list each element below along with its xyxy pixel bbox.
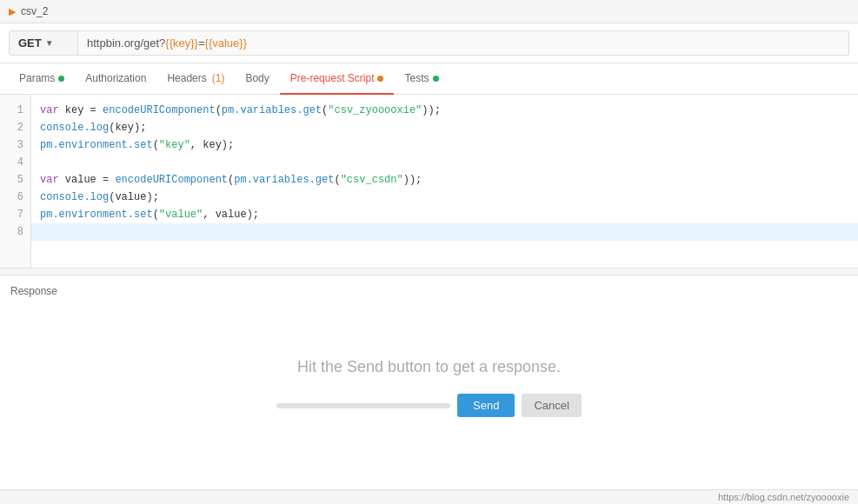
pre-request-dot — [377, 76, 383, 82]
url-template-value: {{value}} — [205, 36, 247, 50]
code-editor[interactable]: var key = encodeURIComponent ( pm.variab… — [31, 95, 858, 268]
code-line-6: console.log (value); — [40, 189, 849, 206]
tests-dot — [433, 76, 439, 82]
line-num-3: 3 — [0, 136, 30, 154]
url-equals: = — [198, 36, 205, 50]
kw-var-1: var — [40, 102, 59, 119]
tab-headers-badge: (1) — [212, 72, 225, 84]
tab-params[interactable]: Params — [9, 63, 75, 95]
progress-bar — [276, 403, 450, 408]
collection-name: csv_2 — [21, 5, 48, 17]
tab-tests-label: Tests — [404, 72, 429, 84]
url-plain-1: httpbin.org/get? — [87, 36, 165, 50]
status-url: https://blog.csdn.net/zyooooxie — [718, 492, 849, 502]
kw-var-2: var — [40, 171, 59, 189]
code-line-3: pm.environment.set ( "key" , key); — [40, 136, 849, 154]
tabs-bar: Params Authorization Headers (1) Body Pr… — [0, 63, 858, 95]
code-line-7: pm.environment.set ( "value" , value); — [40, 206, 849, 223]
tab-authorization-label: Authorization — [85, 72, 146, 84]
code-line-5: var value = encodeURIComponent ( pm.vari… — [40, 171, 849, 189]
tab-body-label: Body — [245, 72, 269, 84]
line-num-7: 7 — [0, 206, 30, 223]
line-num-4: 4 — [0, 154, 30, 171]
collection-icon: ▶ — [9, 6, 16, 17]
tab-params-label: Params — [19, 72, 55, 84]
line-num-1: 1 — [0, 102, 30, 119]
tab-headers[interactable]: Headers (1) — [156, 63, 235, 95]
method-label: GET — [18, 36, 42, 50]
params-dot — [58, 76, 64, 82]
line-num-6: 6 — [0, 189, 30, 206]
url-input[interactable]: httpbin.org/get?{{key}}={{value}} — [78, 30, 849, 56]
panel-divider[interactable] — [0, 269, 858, 275]
code-line-1: var key = encodeURIComponent ( pm.variab… — [40, 102, 849, 119]
line-num-5: 5 — [0, 171, 30, 189]
editor-area: 1 2 3 4 5 6 7 8 var key = encodeURICompo… — [0, 95, 858, 269]
top-bar: ▶ csv_2 — [0, 0, 858, 23]
line-num-8: 8 — [0, 223, 30, 241]
status-bar: https://blog.csdn.net/zyooooxie — [0, 489, 858, 504]
hit-send-container: Hit the Send button to get a response. S… — [0, 306, 858, 434]
tab-body[interactable]: Body — [235, 63, 279, 95]
url-bar: GET ▼ httpbin.org/get?{{key}}={{value}} — [0, 23, 858, 63]
send-button[interactable]: Send — [457, 394, 515, 417]
method-select[interactable]: GET ▼ — [9, 30, 78, 56]
url-template-key: {{key}} — [165, 36, 198, 50]
tab-pre-request-script[interactable]: Pre-request Script — [280, 63, 395, 95]
chevron-down-icon: ▼ — [45, 38, 54, 48]
code-line-4 — [40, 154, 849, 171]
tab-pre-request-label: Pre-request Script — [290, 72, 375, 84]
response-label: Response — [10, 285, 57, 297]
response-section: Response — [0, 275, 858, 306]
tab-tests[interactable]: Tests — [394, 63, 449, 95]
line-num-2: 2 — [0, 119, 30, 136]
code-line-2: console.log (key); — [40, 119, 849, 136]
line-numbers: 1 2 3 4 5 6 7 8 — [0, 95, 31, 268]
tab-authorization[interactable]: Authorization — [75, 63, 156, 95]
progress-area: Send Cancel — [276, 394, 582, 417]
hit-send-text: Hit the Send button to get a response. — [297, 358, 561, 376]
cancel-button[interactable]: Cancel — [522, 394, 581, 417]
code-line-8 — [31, 223, 858, 241]
tab-headers-label: Headers — [167, 72, 206, 84]
